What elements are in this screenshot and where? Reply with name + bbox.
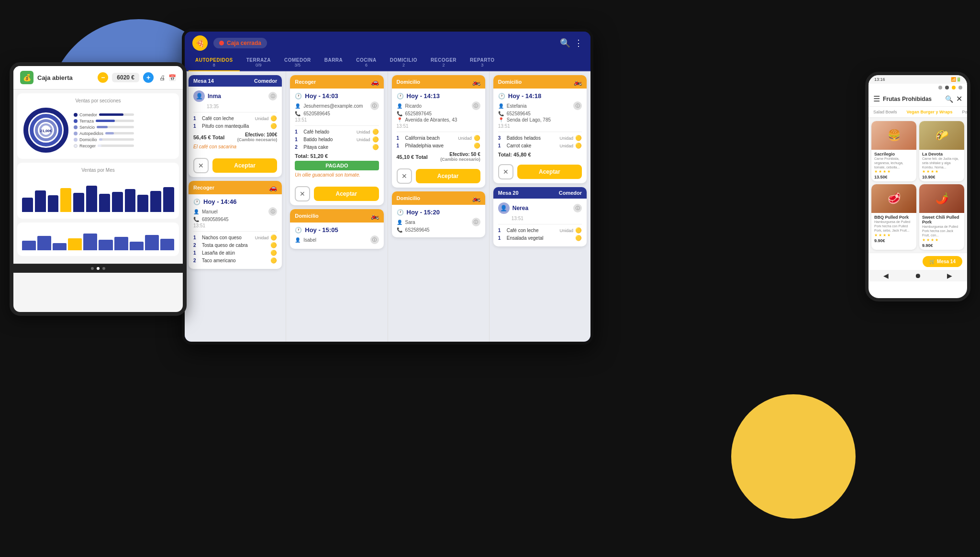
domicilio3-accept-btn[interactable]: Aceptar [517, 165, 582, 179]
pr-dots [869, 84, 967, 91]
tm-logo: 🍕 [192, 35, 208, 51]
domicilio1-actions: ✕ Aceptar [392, 166, 485, 188]
donut-title: Ventas por secciones [22, 98, 174, 103]
tablet-left-title: Caja abierta [37, 74, 73, 81]
nav-cocina[interactable]: COCINA 6 [349, 55, 383, 70]
recoger1-label: Recoger [193, 185, 214, 190]
menu-rating-ladevota: ★★★★ [922, 169, 961, 174]
pr-tab-salad[interactable]: Salad Bowls [869, 107, 902, 118]
domicilio2-customer-row: 👤 Sara ⓘ [397, 218, 480, 226]
pr-menu-icon[interactable]: ☰ [873, 94, 880, 103]
calendar-icon: 📅 [168, 74, 176, 81]
domicilio3-address: Senda del Lago, 785 [507, 117, 551, 123]
cash-amount: 6020 € [112, 73, 139, 82]
nav-domicilio[interactable]: DOMICILIO 2 [383, 55, 424, 70]
info-btn-mesa14[interactable]: ⓘ [268, 92, 277, 100]
pr-status-bar: 13:16 📶🔋 [869, 75, 967, 84]
minus-button[interactable]: − [98, 72, 108, 83]
donut-area: 21,00€ Comedor Terraza [22, 106, 174, 154]
domicilio-col2-customer-row: 👤 Isabel ⓘ [295, 235, 379, 244]
info-btn-dom1[interactable]: ⓘ [472, 101, 480, 110]
pr-close-icon[interactable]: ✕ [956, 94, 962, 103]
recoger1-body: 🕐 Hoy - 14:46 👤 Manuel ⓘ 📞 6890589645 [189, 194, 282, 269]
pr-dot-1 [938, 86, 942, 89]
menu-card-sweetchili[interactable]: 🌶️ Sweet Chili Pulled Pork Hamburguesa d… [919, 184, 964, 249]
legend-servicio: Servicio [74, 125, 134, 130]
recoger1-item-4: 2 Taco americano 🟡 [193, 257, 277, 264]
domicilio1-time2: 13:51 [397, 123, 480, 129]
info-btn-dom3[interactable]: ⓘ [573, 101, 582, 110]
pr-battery: 📶🔋 [951, 77, 961, 82]
domicilio1-accept-btn[interactable]: Aceptar [416, 169, 480, 183]
menu-card-ladevota[interactable]: 🌮 La Devota Carne feli- de Judía roja, s… [919, 121, 964, 181]
mesa20-time: 13:51 [512, 216, 582, 221]
menu-desc-sweetchili: Hamburguesa de Pulled Pork hecha con Jac… [922, 224, 961, 237]
menu-rating-bbq: ★★★★ [874, 233, 913, 237]
pr-home-btn[interactable]: ⏺ [914, 272, 921, 279]
nav-reparto[interactable]: REPARTO 3 [463, 55, 501, 70]
pr-tab-postres[interactable]: Postres [957, 107, 967, 118]
domicilio3-time: Hoy - 14:18 [508, 92, 541, 100]
order-card-domicilio-col2: Domicilio 🏍️ 🕐 Hoy - 15:05 👤 Isabel ⓘ [290, 209, 383, 249]
recoger2-total: Total: 51,20 € [295, 153, 379, 159]
header-icons: 🖨 📅 [159, 74, 176, 81]
pr-tab-vegan[interactable]: Vegan Burger y Wraps [902, 107, 958, 118]
domicilio1-time-row: 🕐 Hoy - 14:13 [397, 92, 480, 100]
recoger2-label: Recoger [295, 79, 316, 85]
printer-icon: 🖨 [159, 74, 166, 81]
mesa14-cancel-btn[interactable]: ✕ [193, 158, 209, 173]
recoger2-item-1: 1 Café helado Unidad 🟡 [295, 129, 379, 135]
plus-button[interactable]: + [143, 72, 154, 83]
donut-svg: 21,00€ [22, 106, 70, 154]
pr-apps-btn[interactable]: ▶ [947, 272, 952, 279]
bar-chart-card: Ventas por Mes [17, 163, 179, 219]
info-btn-mesa20[interactable]: ⓘ [573, 204, 582, 212]
nav-barra[interactable]: BARRA [318, 55, 350, 70]
domicilio1-time: Hoy - 14:13 [407, 92, 440, 100]
pr-header: ☰ Frutas Prohibidas 🔍 ✕ [869, 91, 967, 107]
status-text: Caja cerrada [227, 40, 261, 46]
pr-cart-label: Mesa 14 [937, 259, 956, 264]
menu-card-sacrilegio[interactable]: 🍔 Sacrilegio Carne Prohibida, veganesa, … [871, 121, 916, 181]
tablet-left: 💰 Caja abierta − 6020 € + 🖨 📅 Ventas por… [10, 62, 187, 316]
recoger2-accept-btn[interactable]: Aceptar [314, 187, 379, 201]
small-bar-chart-card [17, 223, 179, 256]
pr-footer: 🛒 Mesa 14 [869, 253, 967, 270]
pr-cart-btn[interactable]: 🛒 Mesa 14 [923, 256, 962, 267]
domicilio1-cancel-btn[interactable]: ✕ [397, 168, 412, 184]
recoger2-cancel-btn[interactable]: ✕ [295, 186, 310, 201]
info-btn-recoger1[interactable]: ⓘ [268, 207, 277, 216]
nav-terraza[interactable]: TERRAZA 0/9 [240, 55, 278, 70]
domicilio3-cancel-btn[interactable]: ✕ [498, 164, 513, 179]
domicilio3-header: Domicilio 🏍️ [493, 75, 587, 89]
menu-desc-bbq: Hamburguesa de Pulled Pork hecha con Pul… [874, 220, 913, 233]
more-icon[interactable]: ⋮ [574, 38, 583, 48]
recoger2-note: Un ollie guacamoli son tomate. [295, 172, 379, 178]
order-card-recoger2: Recoger 🚗 🕐 Hoy - 14:03 👤 Jesuhermes@exa… [290, 75, 383, 205]
nav-recoger[interactable]: RECOGER 2 [424, 55, 463, 70]
info-btn-dom-col2[interactable]: ⓘ [370, 235, 379, 244]
info-btn-dom2[interactable]: ⓘ [472, 218, 480, 226]
menu-card-bbq[interactable]: 🥩 BBQ Pulled Pork Hamburguesa de Pulled … [871, 184, 916, 249]
order-card-domicilio2: Domicilio 🏍️ 🕐 Hoy - 15:20 👤 Sara ⓘ [392, 191, 485, 237]
order-card-domicilio3: Domicilio 🏍️ 🕐 Hoy - 14:18 👤 Estefania ⓘ [493, 75, 587, 183]
nav-dot-3 [102, 267, 105, 270]
domicilio3-body: 🕐 Hoy - 14:18 👤 Estefania ⓘ 📞 652589645 [493, 89, 587, 161]
recoger1-item-3: 1 Lasaña de atún 🟡 [193, 250, 277, 256]
pr-search-icon[interactable]: 🔍 [945, 95, 953, 103]
recoger2-time2: 13:51 [295, 117, 379, 123]
mesa14-accept-btn[interactable]: Aceptar [212, 158, 277, 173]
domicilio2-phone: 6S2589645 [405, 227, 430, 233]
tm-header-icons[interactable]: 🔍 ⋮ [560, 38, 583, 48]
donut-legend: Comedor Terraza Servicio [74, 112, 134, 148]
nav-comedor[interactable]: COMEDOR 3/5 [278, 55, 318, 70]
info-btn-recoger2[interactable]: ⓘ [370, 101, 379, 110]
tablet-left-bottom [13, 264, 183, 273]
mesa20-item-1: 1 Café con leche Unidad 🟡 [498, 227, 582, 234]
domicilio1-label: Domicilio [397, 79, 421, 85]
nav-autopedidos[interactable]: AUTOPEDIDOS 8 [189, 55, 240, 70]
domicilio1-address: Avenida de Abrantes, 43 [405, 117, 457, 123]
search-icon[interactable]: 🔍 [560, 38, 570, 48]
pr-tabs: Salad Bowls Vegan Burger y Wraps Postres [869, 107, 967, 118]
pr-back-btn[interactable]: ◀ [883, 272, 889, 279]
